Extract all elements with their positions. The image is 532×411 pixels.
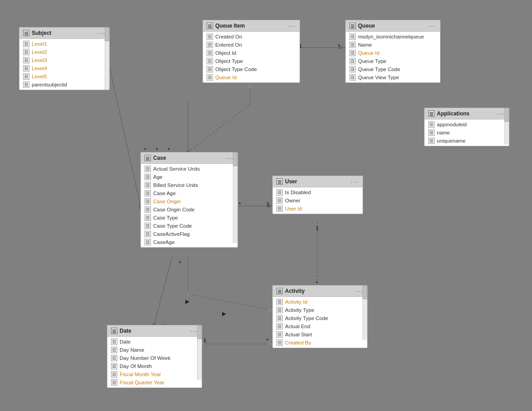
activity-field-id: Activity Id [273,298,367,306]
applications-table-icon [428,110,435,117]
field-icon [145,190,151,196]
subject-field-level2: Level2 [19,48,109,56]
rel-label-act-star2: * [266,338,268,343]
activity-fields: Activity Id Activity Type Activity Type … [273,297,367,348]
entity-subject-title: Subject [23,30,51,36]
entity-subject: Subject ··· Level1 Level2 Level3 Level4 … [19,27,110,90]
qitem-field-queue-id: Queue Id [203,73,300,81]
entity-applications: Applications ··· appmoduleid name unique… [424,108,509,146]
subject-field-parentsubjectid: parentsubjectid [19,81,109,89]
entity-date-header: Date ··· [107,325,202,337]
case-field-case-origin: Case Origin [141,197,237,206]
case-fields: Actual Service Units Age Billed Service … [141,164,237,247]
rel-label-queue-star: * [338,43,340,49]
subject-scrollbar[interactable] [105,28,109,90]
field-icon [23,65,29,72]
field-icon [145,223,151,229]
field-icon [145,166,151,172]
entity-activity: Activity ··· Activity Id Activity Type A… [272,285,368,348]
field-icon [207,66,213,72]
case-field-actual-service: Actual Service Units [141,165,237,173]
field-icon [349,66,356,72]
field-icon [145,182,151,188]
field-icon [276,299,283,305]
queue-item-menu-dots[interactable]: ··· [288,22,296,29]
activity-table-icon [276,288,283,294]
activity-scroll-thumb[interactable] [363,286,367,299]
qitem-field-created-on: Created On [203,33,300,41]
subject-field-level1: Level1 [19,40,109,48]
field-icon [276,197,283,204]
field-icon [276,339,283,346]
user-field-owner: Owner [273,196,363,205]
entity-date: Date ··· Date Day Name Day Number Of Wee… [107,325,202,388]
entity-applications-header: Applications ··· [425,108,509,119]
case-scroll-thumb[interactable] [233,153,237,166]
applications-scrollbar[interactable] [504,108,509,144]
queue-field-msdyn: msdyn_isomnichannelqueue [346,33,440,41]
case-field-case-age: Case Age [141,189,237,197]
qitem-field-object-type: Object Type [203,57,300,65]
applications-scroll-thumb[interactable] [504,108,509,122]
rel-label-case-star5: * [179,260,181,266]
date-scroll-thumb[interactable] [197,325,202,339]
svg-line-0 [110,68,140,206]
entity-queue-item-title: Queue Item [207,23,245,29]
case-scrollbar[interactable] [233,153,237,243]
user-menu-dots[interactable]: ··· [351,178,359,185]
activity-scrollbar[interactable] [363,286,367,340]
field-icon [349,58,356,64]
case-field-case-origin-code: Case Origin Code [141,206,237,214]
field-icon [111,363,117,369]
queue-fields: msdyn_isomnichannelqueue Name Queue Id Q… [346,32,440,82]
date-field-day-of-month: Day Of Month [107,362,202,370]
entity-user-title: User [276,178,297,185]
field-icon [23,49,29,55]
queue-field-queue-id: Queue Id [346,49,440,57]
svg-line-20 [154,256,172,325]
svg-line-5 [188,104,250,152]
entity-case-header: Case ··· [141,153,237,164]
entity-date-title: Date [111,328,131,334]
field-icon [145,174,151,180]
subject-scroll-thumb[interactable] [105,28,109,41]
queue-menu-dots[interactable]: ··· [428,22,436,29]
app-field-name: name [425,129,509,137]
field-icon [111,339,117,345]
rel-label-case-star4: * [239,201,241,207]
case-field-case-type-code: Case Type Code [141,222,237,230]
field-icon [276,315,283,321]
date-field-day-number-of-week: Day Number Of Week [107,354,202,362]
field-icon [207,50,213,56]
date-scrollbar[interactable] [197,325,202,380]
case-field-caseactiveflag: CaseActiveFlag [141,230,237,238]
field-icon [276,331,283,338]
activity-field-created-by: Created By [273,339,367,347]
subject-table-icon [23,30,29,36]
field-icon [145,231,151,237]
activity-field-actual-start: Actual Start [273,330,367,339]
field-icon [145,198,151,205]
entity-applications-title: Applications [428,110,469,117]
queue-table-icon [349,23,356,29]
field-icon [349,33,356,40]
case-field-caseage: CaseAge [141,238,237,246]
field-icon [145,206,151,213]
field-icon [349,42,356,48]
field-icon [23,73,29,80]
case-field-age: Age [141,173,237,181]
field-icon [276,189,283,196]
activity-field-actual-end: Actual End [273,322,367,330]
subject-field-level3: Level3 [19,56,109,64]
queue-item-table-icon [207,23,213,29]
qitem-field-object-type-code: Object Type Code [203,65,300,73]
subject-fields: Level1 Level2 Level3 Level4 Level5 paren… [19,39,109,90]
rel-label-user-1: 1 [266,201,269,207]
queue-field-name: Name [346,41,440,49]
field-icon [207,42,213,48]
applications-fields: appmoduleid name uniquename [425,119,509,146]
field-icon [111,347,117,353]
queue-field-queue-type-code: Queue Type Code [346,65,440,73]
user-table-icon [276,178,283,185]
rel-label-act-arrow: ▶ [185,299,189,305]
